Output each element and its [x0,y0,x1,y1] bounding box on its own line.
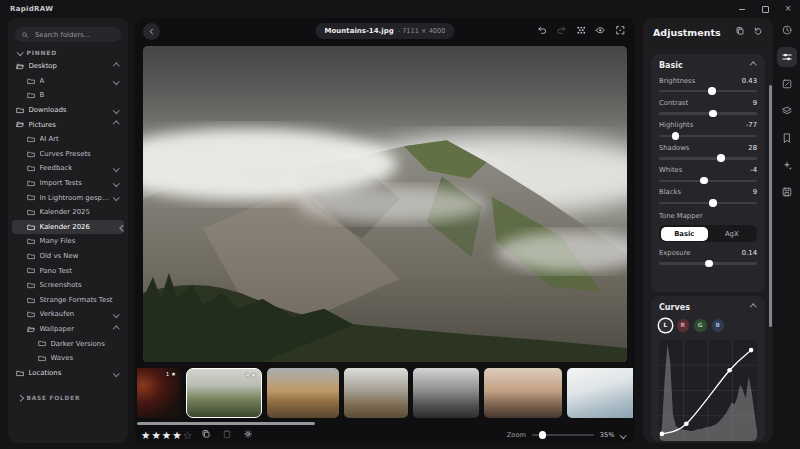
close-button[interactable]: × [782,3,794,15]
folder-item-strange-formats-test[interactable]: Strange Formats Test [12,293,124,308]
rating-star-1[interactable]: ★ [141,428,150,442]
folder-item-feedback[interactable]: Feedback [12,161,124,176]
folder-item-waves[interactable]: Waves [12,351,124,366]
rating-star-3[interactable]: ★ [162,428,171,442]
redo-button[interactable] [556,25,567,38]
folder-item-kalender-2025[interactable]: Kalender 2025 [12,205,124,220]
rating-star-4[interactable]: ★ [172,428,181,442]
image-canvas[interactable] [143,46,627,362]
zoom-slider-thumb[interactable] [539,431,547,439]
slider-thumb[interactable] [705,260,713,268]
chevron-up-icon[interactable] [113,326,119,332]
filmstrip-thumb-valley-river[interactable] [267,368,339,418]
chevron-down-icon[interactable] [113,165,119,171]
folder-item-pano-test[interactable]: Pano Test [12,263,124,278]
adjustments-scrollbar[interactable] [769,85,772,327]
brightness-slider[interactable] [659,90,757,92]
filmstrip-thumb-city-night[interactable]: 1 ★ [137,368,181,418]
folder-item-downloads[interactable]: Downloads [12,103,124,118]
filmstrip-scrollbar[interactable] [137,422,315,425]
basic-section-header[interactable]: Basic [659,61,757,70]
folder-search[interactable] [15,27,121,42]
search-input[interactable] [33,30,117,40]
tone-mapper-option-basic[interactable]: Basic [661,227,709,241]
folder-item-verkaufen[interactable]: Verkaufen [12,307,124,322]
zoom-slider[interactable] [532,434,594,437]
minimize-button[interactable] [736,3,748,15]
chevron-down-icon[interactable] [620,432,626,438]
split-view-button[interactable] [576,25,587,38]
tone-mapper-option-agx[interactable]: AgX [708,227,756,241]
blacks-slider[interactable] [659,202,757,204]
chevron-down-icon[interactable] [113,370,119,376]
presets-panel-button[interactable] [777,128,797,148]
folder-item-a[interactable]: A [12,74,124,89]
folder-item-darker-versions[interactable]: Darker Versions [12,336,124,351]
adjustments-panel-button[interactable] [777,47,797,67]
slider-thumb[interactable] [708,87,716,95]
maximize-button[interactable] [759,3,771,15]
slider-thumb[interactable] [672,132,680,140]
preview-button[interactable] [595,25,606,38]
folder-item-curves-presets[interactable]: Curves Presets [12,147,124,162]
back-button[interactable] [143,23,160,40]
folder-item-many-files[interactable]: Many Files [12,234,124,249]
curves-section-header[interactable]: Curves [659,303,757,312]
pinned-section-header[interactable]: PINNED [18,49,57,56]
filmstrip-settings-button[interactable] [243,429,253,441]
slider-thumb[interactable] [700,177,708,185]
filmstrip-thumb-cloud-peaks[interactable] [344,368,408,418]
folder-item-kalender-2026[interactable]: Kalender 2026 [12,220,124,235]
folder-item-wallpaper[interactable]: Wallpaper [12,322,124,337]
folder-item-screenshots[interactable]: Screenshots [12,278,124,293]
filmstrip-thumb-mountain-fog[interactable]: 4 ★ [186,368,262,418]
contrast-slider[interactable] [659,112,757,114]
curve-channel-g[interactable]: G [694,319,707,332]
crop-panel-button[interactable] [777,74,797,94]
copy-settings-button[interactable] [735,26,745,38]
folder-item-ai-art[interactable]: AI Art [12,132,124,147]
base-folder-row[interactable]: BASE FOLDER [18,395,80,401]
folder-item-pictures[interactable]: Pictures [12,117,124,132]
copy-settings-button[interactable] [201,429,211,441]
curve-channel-b[interactable]: B [712,319,725,332]
whites-slider[interactable] [659,180,757,182]
history-panel-button[interactable] [777,20,797,40]
fullscreen-button[interactable] [615,25,626,38]
chevron-down-icon[interactable] [113,194,119,200]
exposure-slider[interactable] [659,262,757,264]
slider-thumb[interactable] [717,154,725,162]
filmstrip-thumb-paris-sunset[interactable] [484,368,562,418]
paste-settings-button[interactable] [222,429,232,441]
chevron-down-icon[interactable] [113,78,119,84]
sidebar-collapse-handle[interactable] [119,222,127,234]
folder-item-b[interactable]: B [12,88,124,103]
undo-button[interactable] [537,25,548,38]
rating-star-5[interactable]: ☆ [183,428,192,442]
ai-panel-button[interactable] [777,155,797,175]
shadows-slider[interactable] [659,157,757,159]
chevron-up-icon[interactable] [113,121,119,127]
folder-item-import-tests[interactable]: Import Tests [12,176,124,191]
chevron-down-icon[interactable] [113,311,119,317]
curve-editor[interactable] [659,340,757,441]
curve-channel-r[interactable]: R [677,319,690,332]
folder-item-desktop[interactable]: Desktop [12,59,124,74]
slider-thumb[interactable] [709,199,717,207]
folder-item-old-vs-new[interactable]: Old vs New [12,249,124,264]
folder-item-locations[interactable]: Locations [12,365,124,380]
filmstrip-thumb-snow-ridge[interactable] [567,368,633,418]
curve-channel-l[interactable]: L [659,319,672,332]
folder-item-in-lightroom-gespeicherte[interactable]: In Lightroom gespeicherte ... [12,190,124,205]
highlights-slider[interactable] [659,135,757,137]
reset-adjustments-button[interactable] [753,26,763,38]
chevron-up-icon[interactable] [113,63,119,69]
rating-star-2[interactable]: ★ [151,428,160,442]
export-panel-button[interactable] [777,182,797,202]
slider-thumb[interactable] [709,110,717,118]
chevron-down-icon[interactable] [113,180,119,186]
folder-icon [27,310,36,319]
masks-panel-button[interactable] [777,101,797,121]
chevron-down-icon[interactable] [113,107,119,113]
filmstrip-thumb-bw-city[interactable] [413,368,479,418]
